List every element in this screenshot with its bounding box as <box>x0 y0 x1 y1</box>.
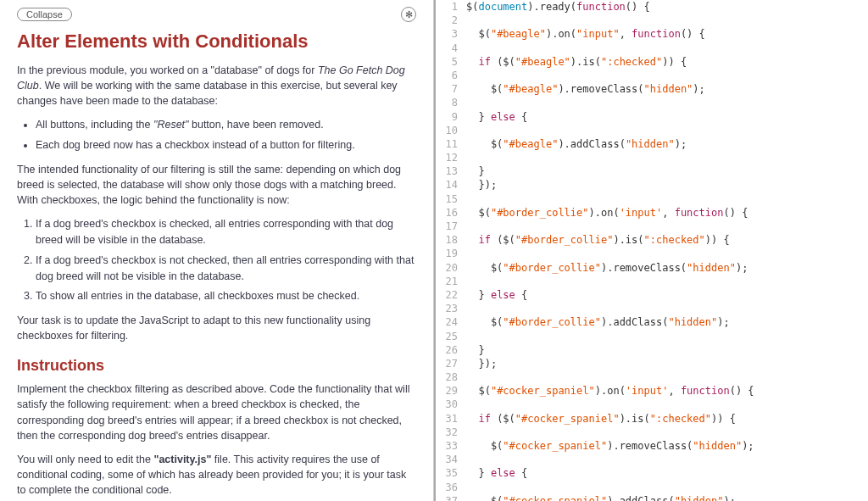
code-content[interactable]: $("#border_collie").on('input', function… <box>466 206 868 220</box>
line-number: 9 <box>436 110 466 124</box>
line-number: 36 <box>436 481 466 494</box>
code-content[interactable]: $("#beagle").on("input", function() { <box>466 27 868 41</box>
code-content[interactable]: $("#beagle").removeClass("hidden"); <box>466 82 868 96</box>
code-line[interactable]: 25 <box>436 330 868 343</box>
code-line[interactable]: 29 $("#cocker_spaniel").on('input', func… <box>436 384 868 398</box>
code-content[interactable]: $("#beagle").addClass("hidden"); <box>466 137 868 151</box>
code-line[interactable]: 24 $("#border_collie").addClass("hidden"… <box>436 315 868 329</box>
line-number: 8 <box>436 96 466 109</box>
code-content[interactable]: } <box>466 343 868 357</box>
code-line[interactable]: 6 <box>436 69 868 82</box>
code-line[interactable]: 2 <box>436 14 868 27</box>
code-line[interactable]: 1$(document).ready(function() { <box>436 0 868 14</box>
code-content[interactable]: if ($("#beagle").is(":checked")) { <box>466 55 868 69</box>
line-number: 18 <box>436 233 466 247</box>
code-content[interactable] <box>466 481 868 494</box>
code-line[interactable]: 13 } <box>436 164 868 178</box>
code-content[interactable] <box>466 426 868 439</box>
code-content[interactable]: $("#cocker_spaniel").on('input', functio… <box>466 384 868 398</box>
code-line[interactable]: 8 <box>436 96 868 109</box>
code-content[interactable]: $("#border_collie").removeClass("hidden"… <box>466 261 868 275</box>
line-number: 27 <box>436 357 466 370</box>
code-line[interactable]: 9 } else { <box>436 110 868 124</box>
list-item: If a dog breed's checkbox is not checked… <box>36 253 416 285</box>
code-content[interactable]: } else { <box>466 466 868 480</box>
code-content[interactable]: $("#cocker_spaniel").addClass("hidden"); <box>466 494 868 501</box>
line-number: 7 <box>436 82 466 96</box>
code-line[interactable]: 35 } else { <box>436 466 868 480</box>
code-content[interactable] <box>466 192 868 206</box>
code-editor-panel[interactable]: 1$(document).ready(function() {23 $("#be… <box>434 0 868 501</box>
code-line[interactable]: 27 }); <box>436 357 868 370</box>
code-line[interactable]: 4 <box>436 42 868 55</box>
code-content[interactable] <box>466 14 868 27</box>
code-content[interactable] <box>466 247 868 260</box>
code-content[interactable]: if ($("#border_collie").is(":checked")) … <box>466 233 868 247</box>
code-line[interactable]: 28 <box>436 370 868 384</box>
code-content[interactable] <box>466 69 868 82</box>
code-content[interactable]: } <box>466 164 868 178</box>
code-content[interactable] <box>466 220 868 233</box>
line-number: 12 <box>436 151 466 164</box>
code-line[interactable]: 26 } <box>436 343 868 357</box>
line-number: 20 <box>436 261 466 275</box>
line-number: 37 <box>436 494 466 501</box>
code-content[interactable] <box>466 151 868 164</box>
code-content[interactable] <box>466 453 868 466</box>
code-line[interactable]: 5 if ($("#beagle").is(":checked")) { <box>436 55 868 69</box>
code-content[interactable] <box>466 275 868 288</box>
code-line[interactable]: 16 $("#border_collie").on('input', funct… <box>436 206 868 220</box>
list-item: To show all entries in the database, all… <box>36 288 416 304</box>
code-line[interactable]: 34 <box>436 453 868 466</box>
page-title: Alter Elements with Conditionals <box>17 31 416 53</box>
line-number: 3 <box>436 27 466 41</box>
line-number: 13 <box>436 164 466 178</box>
code-content[interactable]: }); <box>466 357 868 370</box>
code-content[interactable] <box>466 330 868 343</box>
code-line[interactable]: 15 <box>436 192 868 206</box>
code-line[interactable]: 11 $("#beagle").addClass("hidden"); <box>436 137 868 151</box>
code-line[interactable]: 17 <box>436 220 868 233</box>
code-content[interactable]: } else { <box>466 110 868 124</box>
code-content[interactable]: $("#border_collie").addClass("hidden"); <box>466 315 868 329</box>
code-line[interactable]: 10 <box>436 124 868 137</box>
code-line[interactable]: 12 <box>436 151 868 164</box>
code-line[interactable]: 14 }); <box>436 178 868 192</box>
code-line[interactable]: 19 <box>436 247 868 260</box>
code-line[interactable]: 33 $("#cocker_spaniel").removeClass("hid… <box>436 439 868 453</box>
code-line[interactable]: 21 <box>436 275 868 288</box>
code-line[interactable]: 22 } else { <box>436 288 868 302</box>
code-content[interactable] <box>466 96 868 109</box>
list-item: Each dog breed now has a checkbox instea… <box>36 137 416 153</box>
collapse-button[interactable]: Collapse <box>17 8 72 21</box>
code-content[interactable]: }); <box>466 178 868 192</box>
logic-list: If a dog breed's checkbox is checked, al… <box>36 216 416 304</box>
code-line[interactable]: 23 <box>436 302 868 315</box>
code-line[interactable]: 7 $("#beagle").removeClass("hidden"); <box>436 82 868 96</box>
instructions-paragraph-1: Implement the checkbox filtering as desc… <box>17 381 416 443</box>
code-content[interactable] <box>466 42 868 55</box>
line-number: 19 <box>436 247 466 260</box>
code-line[interactable]: 3 $("#beagle").on("input", function() { <box>436 27 868 41</box>
code-line[interactable]: 20 $("#border_collie").removeClass("hidd… <box>436 261 868 275</box>
code-content[interactable] <box>466 398 868 411</box>
line-number: 26 <box>436 343 466 357</box>
line-number: 17 <box>436 220 466 233</box>
code-content[interactable]: } else { <box>466 288 868 302</box>
code-line[interactable]: 18 if ($("#border_collie").is(":checked"… <box>436 233 868 247</box>
code-line[interactable]: 32 <box>436 426 868 439</box>
code-line[interactable]: 37 $("#cocker_spaniel").addClass("hidden… <box>436 494 868 501</box>
code-line[interactable]: 36 <box>436 481 868 494</box>
code-content[interactable] <box>466 124 868 137</box>
code-content[interactable] <box>466 302 868 315</box>
code-content[interactable]: $(document).ready(function() { <box>466 0 868 14</box>
gear-icon[interactable]: ✻ <box>401 7 416 22</box>
functionality-paragraph: The intended functionality of our filter… <box>17 162 416 208</box>
code-line[interactable]: 31 if ($("#cocker_spaniel").is(":checked… <box>436 412 868 426</box>
code-content[interactable]: if ($("#cocker_spaniel").is(":checked"))… <box>466 412 868 426</box>
code-line[interactable]: 30 <box>436 398 868 411</box>
code-content[interactable] <box>466 370 868 384</box>
line-number: 6 <box>436 69 466 82</box>
line-number: 34 <box>436 453 466 466</box>
code-content[interactable]: $("#cocker_spaniel").removeClass("hidden… <box>466 439 868 453</box>
